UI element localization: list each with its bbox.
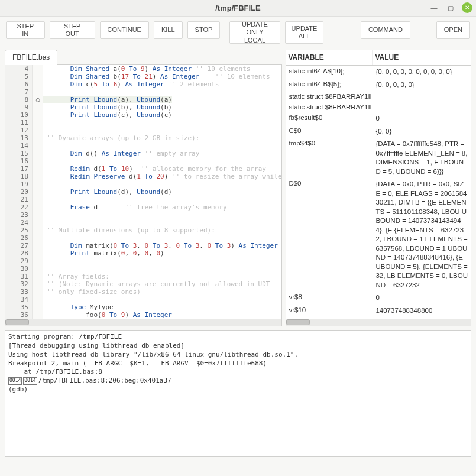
- column-variable[interactable]: VARIABLE: [286, 50, 373, 65]
- code-text[interactable]: Dim c(5 To 6) As Integer '' 2 elements: [43, 80, 219, 88]
- breakpoint-gutter[interactable]: [33, 127, 43, 134]
- code-text[interactable]: [43, 296, 47, 303]
- variable-row[interactable]: fb$result$00: [286, 112, 471, 125]
- code-line[interactable]: 31'' Array fields:: [5, 273, 281, 280]
- code-text[interactable]: [43, 119, 47, 127]
- code-line[interactable]: 24: [5, 219, 281, 226]
- code-line[interactable]: 16: [5, 157, 281, 165]
- breakpoint-gutter[interactable]: [33, 119, 43, 127]
- code-line[interactable]: 22 Erase d '' free the array's memory: [5, 203, 281, 211]
- breakpoint-gutter[interactable]: [33, 73, 43, 80]
- maximize-icon[interactable]: ▢: [445, 2, 456, 13]
- code-text[interactable]: [43, 142, 47, 150]
- code-line[interactable]: 9 Print Lbound(b), Ubound(b): [5, 103, 281, 111]
- code-text[interactable]: [43, 127, 47, 134]
- code-line[interactable]: 27 Dim matrix(0 To 3, 0 To 3, 0 To 3, 0 …: [5, 242, 281, 250]
- code-line[interactable]: 6 Dim c(5 To 6) As Integer '' 2 elements: [5, 80, 281, 88]
- variables-body[interactable]: static int64 A$[10];{0, 0, 0, 0, 0, 0, 0…: [286, 66, 471, 319]
- breakpoint-gutter[interactable]: [33, 234, 43, 242]
- code-text[interactable]: foo(0 To 9) As Integer: [43, 311, 172, 319]
- breakpoint-gutter[interactable]: [33, 65, 43, 73]
- variable-row[interactable]: static int64 A$[10];{0, 0, 0, 0, 0, 0, 0…: [286, 66, 471, 79]
- code-text[interactable]: Redim d(1 To 10) '' allocate memory for …: [43, 165, 266, 173]
- breakpoint-gutter[interactable]: [33, 203, 43, 211]
- code-text[interactable]: '' (Note: Dynamic arrays are currently n…: [43, 280, 270, 288]
- column-value[interactable]: VALUE: [373, 50, 471, 65]
- variable-row[interactable]: vr$80: [286, 292, 471, 305]
- code-text[interactable]: [43, 211, 47, 219]
- update-all-button[interactable]: UPDATE ALL: [285, 21, 324, 44]
- code-text[interactable]: Print matrix(0, 0, 0, 0): [43, 250, 164, 257]
- code-line[interactable]: 26: [5, 234, 281, 242]
- code-text[interactable]: Type MyType: [43, 303, 114, 311]
- breakpoint-gutter[interactable]: [33, 211, 43, 219]
- breakpoint-gutter[interactable]: [33, 142, 43, 150]
- code-text[interactable]: '' only fixed-size ones): [43, 288, 141, 296]
- variable-row[interactable]: D$0{DATA = 0x0, PTR = 0x0, SIZE = 0, ELE…: [286, 178, 471, 292]
- breakpoint-gutter[interactable]: [33, 273, 43, 280]
- code-text[interactable]: Print Lbound(b), Ubound(b): [43, 103, 172, 111]
- code-line[interactable]: 32'' (Note: Dynamic arrays are currently…: [5, 280, 281, 288]
- breakpoint-gutter[interactable]: [33, 250, 43, 257]
- minimize-icon[interactable]: —: [429, 2, 439, 13]
- variable-row[interactable]: static struct $8FBARRAY1II: [286, 91, 471, 102]
- breakpoint-gutter[interactable]: [33, 80, 43, 88]
- breakpoint-gutter[interactable]: [33, 288, 43, 296]
- breakpoint-gutter[interactable]: [33, 219, 43, 226]
- kill-button[interactable]: KILL: [154, 21, 183, 39]
- code-body[interactable]: 4 Dim Shared a(0 To 9) As Integer '' 10 …: [5, 65, 282, 319]
- code-line[interactable]: 35 Type MyType: [5, 303, 281, 311]
- code-line[interactable]: 33'' only fixed-size ones): [5, 288, 281, 296]
- code-line[interactable]: 25'' Multiple dimensions (up to 8 suppor…: [5, 226, 281, 234]
- breakpoint-gutter[interactable]: [33, 188, 43, 196]
- code-line[interactable]: 14: [5, 142, 281, 150]
- breakpoint-gutter[interactable]: [33, 311, 43, 319]
- breakpoint-gutter[interactable]: [33, 257, 43, 265]
- breakpoint-gutter[interactable]: [33, 134, 43, 142]
- code-line[interactable]: 8○ Print Lbound(a), Ubound(a): [5, 96, 281, 103]
- close-icon[interactable]: ✕: [462, 2, 472, 13]
- code-line[interactable]: 20 Print Lbound(d), Ubound(d): [5, 188, 281, 196]
- code-text[interactable]: Print Lbound(c), Ubound(c): [43, 111, 172, 119]
- code-line[interactable]: 13'' Dynamic arrays (up to 2 GB in size)…: [5, 134, 281, 142]
- code-text[interactable]: [43, 257, 47, 265]
- code-line[interactable]: 5 Dim Shared b(17 To 21) As Integer '' 1…: [5, 73, 281, 80]
- code-text[interactable]: Dim Shared a(0 To 9) As Integer '' 10 el…: [43, 65, 250, 73]
- variable-row[interactable]: tmp$4$0{DATA = 0x7fffffffe548, PTR = 0x7…: [286, 138, 471, 178]
- variable-row[interactable]: vr$10140737488348800: [286, 305, 471, 318]
- breakpoint-gutter[interactable]: [33, 296, 43, 303]
- tab-file[interactable]: FBFILE.bas: [5, 50, 57, 65]
- code-line[interactable]: 19: [5, 180, 281, 188]
- breakpoint-gutter[interactable]: [33, 150, 43, 157]
- breakpoint-gutter[interactable]: [33, 103, 43, 111]
- code-line[interactable]: 29: [5, 257, 281, 265]
- code-line[interactable]: 34: [5, 296, 281, 303]
- breakpoint-gutter[interactable]: [33, 88, 43, 96]
- code-line[interactable]: 17 Redim d(1 To 10) '' allocate memory f…: [5, 165, 281, 173]
- variable-row[interactable]: static int64 B$[5];{0, 0, 0, 0, 0}: [286, 79, 471, 92]
- breakpoint-gutter[interactable]: [33, 180, 43, 188]
- breakpoint-gutter[interactable]: [33, 303, 43, 311]
- code-text[interactable]: Print Lbound(d), Ubound(d): [43, 188, 172, 196]
- code-text[interactable]: '' Dynamic arrays (up to 2 GB in size):: [43, 134, 199, 142]
- vars-h-scrollbar[interactable]: [286, 319, 471, 326]
- variable-row[interactable]: C$0{0, 0}: [286, 125, 471, 138]
- code-text[interactable]: [43, 196, 47, 203]
- code-line[interactable]: 11: [5, 119, 281, 127]
- breakpoint-gutter[interactable]: [33, 165, 43, 173]
- console[interactable]: Starting program: /tmp/FBFILE[Thread deb…: [5, 330, 471, 457]
- update-only-local-button[interactable]: UPDATE ONLY LOCAL: [229, 21, 280, 44]
- code-line[interactable]: 21: [5, 196, 281, 203]
- breakpoint-gutter[interactable]: [33, 173, 43, 180]
- code-text[interactable]: Dim Shared b(17 To 21) As Integer '' 10 …: [43, 73, 270, 80]
- code-text[interactable]: [43, 234, 47, 242]
- breakpoint-gutter[interactable]: [33, 226, 43, 234]
- code-text[interactable]: [43, 180, 47, 188]
- code-text[interactable]: Print Lbound(a), Ubound(a): [43, 96, 172, 103]
- step-out-button[interactable]: STEP OUT: [50, 21, 95, 39]
- code-line[interactable]: 30: [5, 265, 281, 273]
- code-text[interactable]: '' Multiple dimensions (up to 8 supporte…: [43, 226, 215, 234]
- code-text[interactable]: Redim Preserve d(1 To 20) '' to resize t…: [43, 173, 281, 180]
- code-text[interactable]: Erase d '' free the array's memory: [43, 203, 227, 211]
- code-line[interactable]: 23: [5, 211, 281, 219]
